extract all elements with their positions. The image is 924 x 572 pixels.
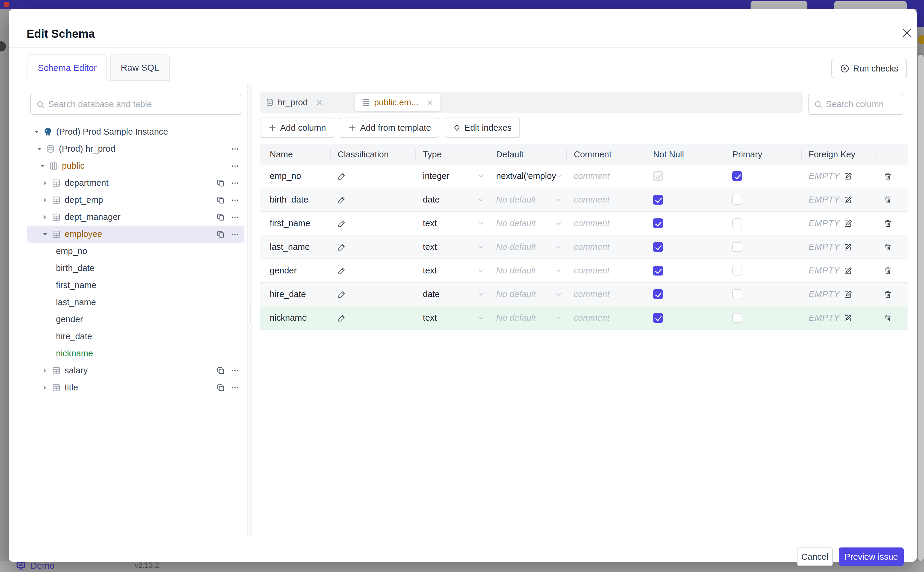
copy-icon[interactable] [216, 383, 225, 392]
caret-right-icon[interactable] [41, 384, 49, 392]
more-icon[interactable] [231, 366, 240, 375]
tree-item-column-last-name[interactable]: last_name [27, 294, 244, 311]
primary-checkbox[interactable] [732, 242, 742, 252]
primary-checkbox[interactable] [732, 171, 742, 181]
type-select[interactable]: date [415, 188, 488, 211]
trash-icon[interactable] [883, 289, 892, 299]
cancel-button[interactable]: Cancel [797, 547, 833, 566]
classification-edit-button[interactable] [330, 219, 415, 228]
not-null-checkbox[interactable] [653, 289, 663, 299]
more-icon[interactable] [231, 145, 240, 154]
column-name-field[interactable]: gender [260, 266, 330, 275]
close-icon[interactable] [901, 26, 913, 39]
add-column-button[interactable]: Add column [260, 118, 334, 138]
close-icon[interactable] [426, 99, 434, 107]
default-select[interactable]: No default [488, 188, 566, 211]
trash-icon[interactable] [883, 313, 892, 323]
trash-icon[interactable] [883, 242, 892, 252]
trash-icon[interactable] [883, 266, 892, 275]
tree-item-column-emp-no[interactable]: emp_no [27, 242, 244, 260]
default-select[interactable]: No default [488, 212, 566, 235]
search-database-input[interactable]: Search database and table [30, 94, 241, 115]
default-select[interactable]: No default [488, 235, 566, 258]
caret-down-icon[interactable] [39, 162, 47, 170]
more-icon[interactable] [231, 179, 240, 188]
not-null-checkbox[interactable] [653, 242, 663, 252]
trash-icon[interactable] [883, 219, 892, 228]
not-null-checkbox[interactable] [653, 313, 663, 323]
resize-handle[interactable] [249, 305, 251, 323]
caret-down-icon[interactable] [33, 128, 41, 136]
type-select[interactable]: integer [415, 165, 488, 188]
edit-indexes-button[interactable]: Edit indexes [445, 118, 520, 138]
caret-down-icon[interactable] [41, 230, 49, 238]
tree-item-table-dept-manager[interactable]: dept_manager [27, 208, 244, 225]
edit-foreign-key-icon[interactable] [843, 171, 853, 181]
copy-icon[interactable] [216, 230, 225, 239]
more-icon[interactable] [231, 230, 240, 239]
comment-field[interactable]: comment [566, 195, 646, 205]
trash-icon[interactable] [883, 171, 892, 181]
column-name-field[interactable]: hire_date [260, 289, 330, 299]
tree-item-column-hire-date[interactable]: hire_date [27, 328, 244, 345]
edit-foreign-key-icon[interactable] [843, 242, 853, 252]
edit-foreign-key-icon[interactable] [843, 219, 853, 228]
type-select[interactable]: text [415, 235, 488, 258]
classification-edit-button[interactable] [330, 267, 415, 275]
more-icon[interactable] [231, 162, 240, 171]
edit-foreign-key-icon[interactable] [843, 313, 853, 323]
classification-edit-button[interactable] [330, 243, 415, 251]
edit-foreign-key-icon[interactable] [843, 195, 853, 205]
tree-item-column-gender[interactable]: gender [27, 311, 244, 328]
column-name-field[interactable]: birth_date [260, 195, 330, 205]
tree-item-column-nickname[interactable]: nickname [27, 345, 244, 362]
caret-right-icon[interactable] [41, 196, 49, 204]
editor-tab-public-employee[interactable]: public.em... [355, 94, 440, 111]
not-null-checkbox[interactable] [653, 218, 663, 228]
comment-field[interactable]: comment [566, 218, 646, 228]
not-null-checkbox[interactable] [653, 171, 663, 181]
type-select[interactable]: date [415, 283, 488, 306]
copy-icon[interactable] [216, 179, 225, 188]
primary-checkbox[interactable] [732, 313, 742, 323]
editor-tab-hr-prod[interactable]: hr_prod [260, 98, 329, 107]
tree-item-schema-public[interactable]: public [27, 157, 244, 174]
tree-item-table-title[interactable]: title [27, 379, 244, 396]
type-select[interactable]: text [415, 212, 488, 235]
edit-foreign-key-icon[interactable] [843, 289, 853, 299]
tree-item-table-dept-emp[interactable]: dept_emp [27, 191, 244, 208]
more-icon[interactable] [231, 383, 240, 392]
column-name-field[interactable]: nickname [260, 313, 330, 323]
close-icon[interactable] [315, 99, 323, 107]
default-select[interactable]: No default [488, 283, 566, 306]
primary-checkbox[interactable] [732, 289, 742, 299]
default-select[interactable]: nextval('employ [488, 165, 566, 188]
default-select[interactable]: No default [488, 259, 566, 282]
classification-edit-button[interactable] [330, 196, 415, 204]
add-from-template-button[interactable]: Add from template [340, 118, 439, 138]
tree-item-column-first-name[interactable]: first_name [27, 277, 244, 294]
tree-item-table-department[interactable]: department [27, 174, 244, 191]
tree-item-instance[interactable]: (Prod) Prod Sample Instance [27, 123, 244, 140]
tab-schema-editor[interactable]: Schema Editor [28, 54, 107, 81]
caret-down-icon[interactable] [36, 145, 43, 153]
search-column-input[interactable]: Search column [808, 94, 903, 115]
caret-right-icon[interactable] [41, 213, 49, 221]
more-icon[interactable] [231, 196, 240, 205]
column-name-field[interactable]: first_name [260, 218, 330, 228]
column-name-field[interactable]: last_name [260, 242, 330, 252]
copy-icon[interactable] [216, 366, 225, 375]
copy-icon[interactable] [216, 196, 225, 205]
classification-edit-button[interactable] [330, 314, 415, 322]
tree-item-table-salary[interactable]: salary [27, 362, 244, 379]
caret-right-icon[interactable] [41, 367, 49, 375]
copy-icon[interactable] [216, 213, 225, 222]
preview-issue-button[interactable]: Preview issue [839, 547, 904, 566]
primary-checkbox[interactable] [732, 218, 742, 228]
not-null-checkbox[interactable] [653, 195, 663, 205]
run-checks-button[interactable]: Run checks [831, 59, 907, 78]
default-select[interactable]: No default [488, 306, 566, 330]
trash-icon[interactable] [883, 195, 892, 205]
tab-raw-sql[interactable]: Raw SQL [110, 54, 170, 81]
comment-field[interactable]: comment [566, 266, 646, 275]
